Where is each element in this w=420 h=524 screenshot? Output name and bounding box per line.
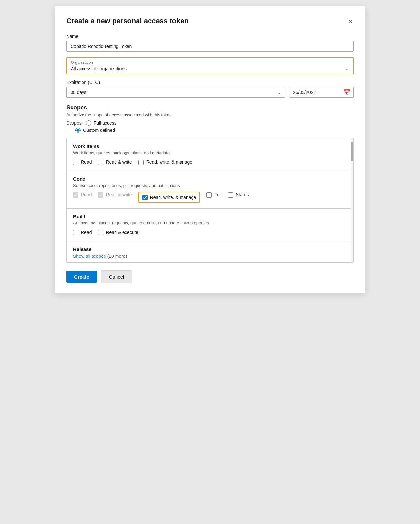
code-readwritemanage-highlight[interactable]: Read, write, & manage — [138, 192, 200, 203]
work-items-checkbox-row: Read Read & write Read, write, & manage — [73, 159, 347, 165]
full-access-label[interactable]: Full access — [94, 120, 116, 126]
full-access-radio[interactable] — [86, 120, 91, 126]
code-scope: Code Source code, repositories, pull req… — [67, 171, 353, 209]
org-field-wrapper: Organization All accessible organization… — [66, 57, 354, 74]
code-read[interactable]: Read — [73, 192, 92, 198]
calendar-icon[interactable]: 📅 — [343, 89, 350, 96]
work-items-read-label: Read — [81, 159, 92, 165]
work-items-readwritemanage-checkbox[interactable] — [138, 160, 144, 165]
build-readexecute-checkbox[interactable] — [98, 230, 103, 235]
scopes-section: Scopes Authorize the scope of access ass… — [66, 104, 354, 263]
code-status[interactable]: Status — [228, 192, 249, 198]
custom-defined-label[interactable]: Custom defined — [83, 128, 115, 133]
release-title: Release — [73, 246, 347, 252]
scopes-list: Work Items Work items, queries, backlogs… — [66, 138, 354, 263]
create-token-modal: Create a new personal access token × Nam… — [55, 6, 365, 293]
footer-buttons: Create Cancel — [66, 270, 354, 283]
work-items-readwrite-checkbox[interactable] — [98, 160, 103, 165]
expiration-date-wrapper: 📅 — [289, 87, 354, 98]
close-button[interactable]: × — [347, 17, 354, 26]
scopes-subtitle: Authorize the scope of access associated… — [66, 112, 354, 117]
code-full[interactable]: Full — [206, 192, 222, 198]
work-items-read-checkbox[interactable] — [73, 160, 78, 165]
work-items-title: Work Items — [73, 143, 347, 149]
build-title: Build — [73, 214, 347, 219]
org-select-value: All accessible organizations — [71, 66, 127, 71]
work-items-read[interactable]: Read — [73, 159, 92, 165]
work-items-desc: Work items, queries, backlogs, plans, an… — [73, 150, 347, 155]
name-label: Name — [66, 34, 354, 39]
build-readexecute[interactable]: Read & execute — [98, 229, 138, 236]
expiration-row: 30 days 60 days 90 days 180 days 1 year … — [66, 87, 354, 98]
expiration-select-inner: 30 days 60 days 90 days 180 days 1 year … — [66, 87, 285, 98]
expiration-label: Expiration (UTC) — [66, 80, 354, 85]
code-readwritemanage-label: Read, write, & manage — [150, 194, 196, 201]
cancel-button[interactable]: Cancel — [101, 270, 132, 283]
org-chevron-icon[interactable]: ⌄ — [345, 66, 349, 71]
expiration-select[interactable]: 30 days 60 days 90 days 180 days 1 year … — [66, 87, 285, 98]
work-items-readwritemanage-label: Read, write, & manage — [146, 159, 192, 165]
release-scope: Release Show all scopes (28 more) — [67, 241, 353, 262]
show-all-row: Show all scopes (28 more) — [73, 253, 347, 259]
code-desc: Source code, repositories, pull requests… — [73, 183, 347, 188]
code-full-checkbox[interactable] — [206, 192, 212, 198]
code-readwritemanage-checkbox[interactable] — [142, 195, 148, 200]
create-button[interactable]: Create — [66, 271, 97, 283]
code-read-checkbox — [73, 192, 78, 198]
org-label: Organization — [71, 60, 349, 65]
custom-defined-radio-row: Custom defined — [75, 128, 354, 133]
work-items-readwrite-label: Read & write — [106, 159, 132, 165]
code-read-label: Read — [81, 192, 92, 198]
scrollbar-thumb — [351, 142, 353, 161]
code-full-label: Full — [214, 192, 222, 198]
scrollbar[interactable] — [351, 138, 353, 262]
name-input[interactable] — [66, 41, 354, 52]
scopes-radio-row: Scopes Full access — [66, 120, 354, 126]
work-items-scope: Work Items Work items, queries, backlogs… — [67, 138, 353, 171]
scopes-radio-group: Scopes Full access Custom defined — [66, 120, 354, 133]
show-all-link[interactable]: Show all scopes — [73, 254, 106, 259]
build-read[interactable]: Read — [73, 229, 92, 236]
modal-title: Create a new personal access token — [66, 17, 189, 25]
org-select-row: All accessible organizations ⌄ — [71, 66, 349, 71]
build-desc: Artifacts, definitions, requests, queue … — [73, 221, 347, 225]
code-readwrite-checkbox — [98, 192, 103, 198]
build-readexecute-label: Read & execute — [106, 229, 138, 236]
build-read-checkbox[interactable] — [73, 230, 78, 235]
show-all-count: (28 more) — [107, 254, 127, 259]
expiration-field-group: Expiration (UTC) 30 days 60 days 90 days… — [66, 80, 354, 98]
code-readwrite[interactable]: Read & write — [98, 192, 132, 198]
build-scope: Build Artifacts, definitions, requests, … — [67, 209, 353, 241]
code-title: Code — [73, 176, 347, 182]
name-field-group: Name — [66, 34, 354, 52]
scopes-title: Scopes — [66, 104, 354, 111]
custom-defined-radio[interactable] — [75, 128, 81, 133]
scopes-label: Scopes — [66, 120, 82, 126]
expiration-select-wrapper: 30 days 60 days 90 days 180 days 1 year … — [66, 87, 285, 98]
modal-header: Create a new personal access token × — [66, 17, 354, 26]
build-checkbox-row: Read Read & execute — [73, 229, 347, 236]
code-status-checkbox[interactable] — [228, 192, 233, 198]
work-items-readwritemanage[interactable]: Read, write, & manage — [138, 159, 192, 165]
code-readwrite-label: Read & write — [106, 192, 132, 198]
code-checkbox-row: Read Read & write Read, write, & manage … — [73, 192, 347, 203]
code-status-label: Status — [236, 192, 249, 198]
work-items-readwrite[interactable]: Read & write — [98, 159, 132, 165]
build-read-label: Read — [81, 229, 92, 236]
